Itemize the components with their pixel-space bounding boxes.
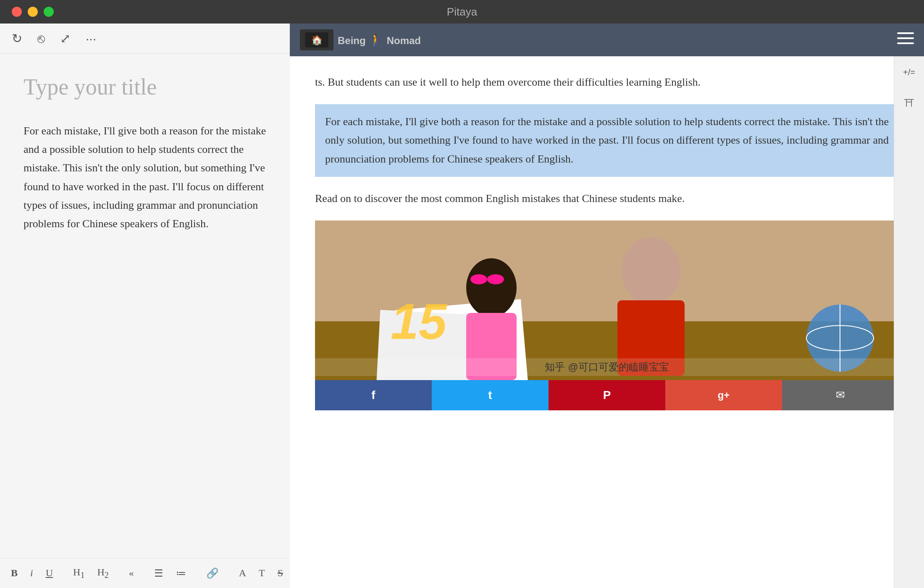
main-area: ↻ ⎋ ⤢ ··· Type your title For each mista… xyxy=(0,24,924,588)
traffic-lights xyxy=(12,7,54,17)
social-share-bar: f t P g+ ✉ xyxy=(315,380,899,410)
number-overlay: 15 xyxy=(391,296,446,346)
bold-button[interactable]: B xyxy=(8,566,20,580)
web-logo: 🏠 Being 🚶 Nomad xyxy=(300,29,421,50)
svg-rect-4 xyxy=(897,42,914,44)
list-ol-button[interactable]: ≔ xyxy=(173,566,189,581)
svg-point-11 xyxy=(470,274,487,284)
web-highlighted-paragraph: For each mistake, I'll give both a reaso… xyxy=(315,104,899,177)
googleplus-icon: g+ xyxy=(718,389,730,401)
editor-toolbar: ↻ ⎋ ⤢ ··· xyxy=(0,24,290,54)
h2-button[interactable]: H2 xyxy=(94,565,111,582)
web-panel: 🏠 Being 🚶 Nomad xyxy=(290,24,924,588)
editor-title-placeholder[interactable]: Type your title xyxy=(24,74,266,100)
close-button[interactable] xyxy=(12,7,22,17)
formatting-bar: B i U H1 H2 « ☰ ≔ 🔗 A T S ⊞ ⏱ 57 单词 ▾ xyxy=(0,558,290,588)
link-button[interactable]: 🔗 xyxy=(204,566,221,581)
svg-point-13 xyxy=(622,237,680,304)
right-sidebar: ☑ +/= ⛩ xyxy=(894,24,924,588)
email-icon: ✉ xyxy=(836,388,845,402)
web-content[interactable]: ts. But students can use it well to help… xyxy=(290,56,924,588)
facebook-icon: f xyxy=(371,388,375,402)
maximize-button[interactable] xyxy=(44,7,54,17)
zhihu-watermark: 知乎 @可口可爱的瞌睡宝宝 xyxy=(315,358,899,376)
web-read-on-text: Read on to discover the most common Engl… xyxy=(315,189,899,208)
underline-button[interactable]: U xyxy=(43,566,55,580)
app-title: Pitaya xyxy=(447,5,477,18)
pinterest-icon: P xyxy=(603,388,611,402)
refresh-icon[interactable]: ↻ xyxy=(12,31,22,46)
italic-button[interactable]: i xyxy=(28,566,36,580)
svg-text:🏠: 🏠 xyxy=(311,34,323,46)
logo-icon: 🏠 xyxy=(300,29,333,50)
classroom-photo: 15 知乎 @可口可爱的瞌睡宝宝 xyxy=(315,220,899,380)
text-style-button[interactable]: T xyxy=(256,566,268,580)
logo-text: Being 🚶 Nomad xyxy=(338,33,421,47)
svg-point-9 xyxy=(466,258,517,317)
title-bar: Pitaya xyxy=(0,0,924,24)
strikethrough-button[interactable]: S xyxy=(275,566,286,580)
twitter-share-button[interactable]: t xyxy=(432,380,549,410)
text-color-button[interactable]: A xyxy=(236,566,249,580)
svg-rect-3 xyxy=(897,37,914,39)
editor-panel: ↻ ⎋ ⤢ ··· Type your title For each mista… xyxy=(0,24,290,588)
editor-content[interactable]: Type your title For each mistake, I'll g… xyxy=(0,54,290,558)
web-image: 15 知乎 @可口可爱的瞌睡宝宝 xyxy=(315,220,899,380)
more-icon[interactable]: ··· xyxy=(86,32,96,46)
svg-point-12 xyxy=(487,274,504,284)
email-share-button[interactable]: ✉ xyxy=(782,380,899,410)
web-intro-text: ts. But students can use it well to help… xyxy=(315,73,899,92)
web-header: 🏠 Being 🚶 Nomad xyxy=(290,24,924,56)
fullscreen-icon[interactable]: ⤢ xyxy=(60,31,71,46)
googleplus-share-button[interactable]: g+ xyxy=(665,380,782,410)
translate-icon[interactable]: ⛩ xyxy=(900,94,919,113)
facebook-share-button[interactable]: f xyxy=(315,380,432,410)
h1-button[interactable]: H1 xyxy=(71,565,87,582)
logo-svg: 🏠 xyxy=(304,32,329,48)
list-ul-button[interactable]: ☰ xyxy=(152,566,166,581)
svg-rect-2 xyxy=(897,32,914,34)
twitter-icon: t xyxy=(488,388,492,402)
hamburger-menu-icon[interactable] xyxy=(897,32,914,48)
editor-body[interactable]: For each mistake, I'll give both a reaso… xyxy=(24,122,266,233)
quote-button[interactable]: « xyxy=(126,566,136,580)
pinterest-share-button[interactable]: P xyxy=(549,380,665,410)
formula-icon[interactable]: +/= xyxy=(900,63,919,81)
web-text-area: ts. But students can use it well to help… xyxy=(290,56,924,208)
minimize-button[interactable] xyxy=(28,7,38,17)
share-icon[interactable]: ⎋ xyxy=(37,32,45,46)
